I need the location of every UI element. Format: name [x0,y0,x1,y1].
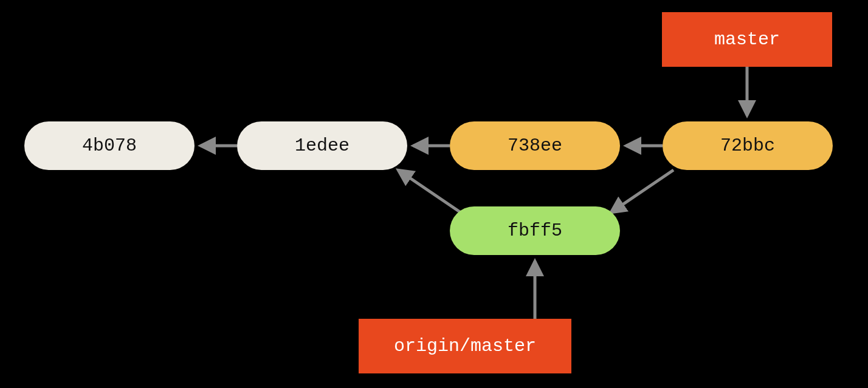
commit-fbff5: fbff5 [450,206,620,255]
commit-1edee-label: 1edee [295,135,350,156]
arrow-72bbc-to-fbff5 [611,170,673,213]
commit-1edee: 1edee [237,121,407,170]
commit-fbff5-label: fbff5 [508,220,562,241]
branch-origin-master-label: origin/master [394,336,536,356]
commit-738ee-label: 738ee [508,135,562,156]
git-commit-graph: master origin/master 4b078 1edee 738ee 7… [0,0,868,388]
arrow-fbff5-to-1edee [398,170,461,213]
commit-72bbc: 72bbc [663,121,833,170]
branch-master: master [662,12,832,67]
branch-origin-master: origin/master [359,319,571,373]
branch-master-label: master [714,29,780,50]
commit-738ee: 738ee [450,121,620,170]
commit-4b078-label: 4b078 [82,135,137,156]
arrows [201,67,747,319]
commit-4b078: 4b078 [24,121,195,170]
commit-72bbc-label: 72bbc [720,135,775,156]
